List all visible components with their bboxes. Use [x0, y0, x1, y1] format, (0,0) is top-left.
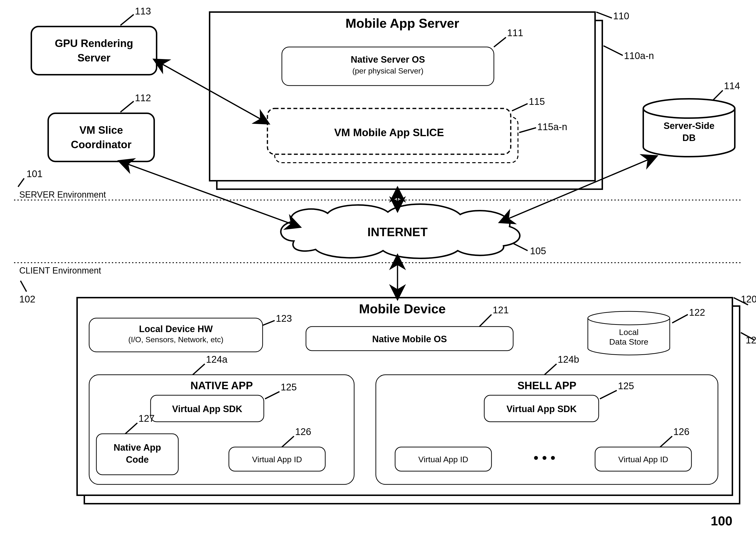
- ref-124b: 124b: [558, 354, 579, 365]
- ref-na-125: 125: [281, 382, 297, 392]
- ref-110an: 110a-n: [624, 50, 654, 61]
- lead-client-env: [20, 281, 27, 292]
- gpu-title-1: GPU Rendering: [55, 37, 133, 49]
- mobile-device-stack: Mobile Device 120 120a-n Local Device HW…: [77, 294, 756, 504]
- mobile-app-server-stack: Mobile App Server 110 110a-n Native Serv…: [210, 11, 654, 189]
- native-app-code-box: [96, 434, 178, 475]
- nac-t2: Code: [126, 455, 149, 465]
- ref-120: 120: [741, 294, 756, 305]
- vmc-title-1: VM Slice: [80, 124, 123, 136]
- server-env-label: SERVER Environment: [19, 190, 106, 199]
- ellipsis-icon: • • •: [534, 450, 555, 465]
- hw-title: Local Device HW: [139, 324, 213, 334]
- ref-115an: 115a-n: [537, 121, 567, 132]
- ref-113: 113: [135, 6, 151, 16]
- ref-sa-126: 126: [673, 426, 690, 437]
- lead-server-env: [18, 178, 24, 187]
- ref-120an: 120a-n: [746, 335, 756, 345]
- ref-111: 111: [507, 27, 523, 38]
- ref-112: 112: [135, 92, 151, 103]
- gpu-rendering-server-box: GPU Rendering Server 113: [31, 6, 157, 75]
- na-title: NATIVE APP: [190, 380, 253, 391]
- nos-title: Native Server OS: [351, 54, 425, 65]
- nos-sub: (per physical Server): [352, 66, 423, 75]
- ref-na-126: 126: [295, 426, 311, 437]
- sa-vaid1-title: Virtual App ID: [418, 455, 468, 464]
- sa-sdk-title: Virtual App SDK: [506, 404, 577, 414]
- lead-vmc: [120, 101, 134, 112]
- gpu-title-2: Server: [77, 52, 110, 64]
- hw-sub: (I/O, Sensors, Network, etc): [128, 335, 224, 344]
- server-side-db: Server-Side DB 114: [643, 80, 740, 157]
- native-server-os-box: [282, 47, 494, 86]
- sa-vaid2-title: Virtual App ID: [618, 455, 668, 464]
- client-env-label: CLIENT Environment: [19, 265, 101, 276]
- vm-slice-title: VM Mobile App SLICE: [334, 126, 444, 138]
- vm-slice-coordinator-box: VM Slice Coordinator 112: [48, 92, 154, 161]
- ref-122: 122: [689, 307, 705, 318]
- lead-105: [513, 243, 528, 250]
- mas-title: Mobile App Server: [345, 16, 459, 30]
- na-vaid-title: Virtual App ID: [252, 455, 302, 464]
- ldb-t1: Local: [619, 328, 638, 337]
- cloud-label: INTERNET: [367, 225, 428, 239]
- architecture-diagram: SERVER Environment 101 CLIENT Environmen…: [0, 0, 756, 542]
- ref-110: 110: [613, 11, 629, 21]
- svg-rect-0: [31, 26, 157, 75]
- ref-102: 102: [19, 294, 35, 305]
- lead-gpu: [120, 14, 134, 25]
- ref-115: 115: [529, 96, 545, 107]
- db-top: [643, 99, 735, 118]
- local-hw-box: [89, 318, 263, 352]
- sdb-t2: DB: [683, 133, 696, 143]
- svg-point-9: [588, 312, 670, 325]
- ref-124a: 124a: [206, 354, 228, 365]
- ref-127: 127: [139, 413, 155, 424]
- ref-121: 121: [493, 305, 509, 315]
- md-title: Mobile Device: [359, 302, 446, 316]
- lead-110an: [603, 46, 623, 55]
- nac-t1: Native App: [113, 443, 161, 453]
- sa-title: SHELL APP: [517, 380, 577, 391]
- lead-110: [596, 12, 612, 18]
- svg-rect-1: [48, 113, 154, 161]
- ref-123: 123: [276, 313, 292, 324]
- ref-101: 101: [27, 168, 43, 179]
- vmc-title-2: Coordinator: [71, 138, 132, 150]
- ref-sa-125: 125: [618, 381, 634, 391]
- figure-number: 100: [711, 514, 732, 528]
- sdb-t1: Server-Side: [663, 121, 714, 131]
- ldb-t2: Data Store: [609, 337, 649, 346]
- ref-114: 114: [724, 80, 740, 91]
- ref-105: 105: [530, 245, 546, 256]
- mos-title: Native Mobile OS: [372, 334, 447, 344]
- lead-114: [713, 90, 723, 100]
- internet-cloud: INTERNET 105: [281, 204, 546, 258]
- na-sdk-title: Virtual App SDK: [172, 404, 242, 414]
